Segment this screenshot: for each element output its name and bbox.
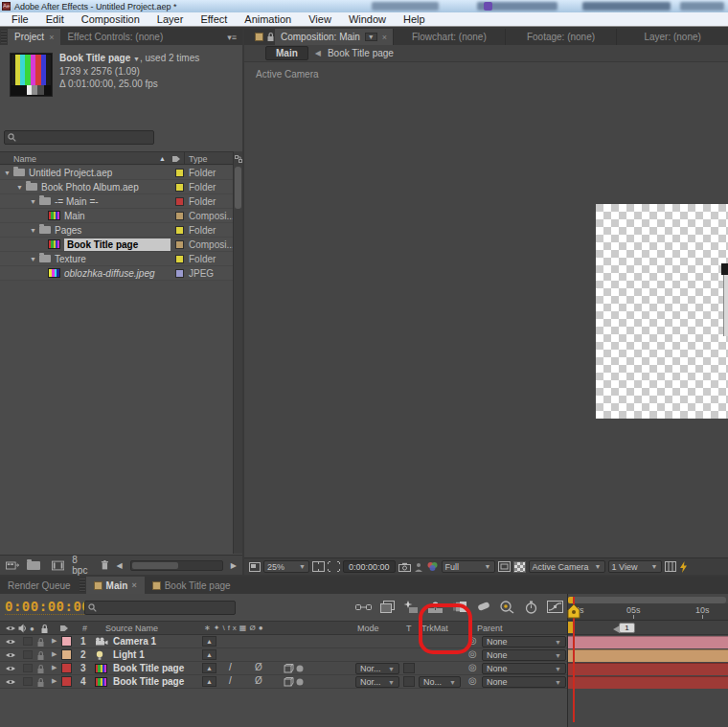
layer-name[interactable]: Book Title page	[113, 663, 184, 673]
project-row-main-comp[interactable]: Main Composi...	[0, 209, 233, 223]
best-quality-icon[interactable]: /	[229, 662, 232, 672]
label-color-chip[interactable]	[175, 183, 184, 192]
show-snapshot-icon[interactable]	[414, 562, 423, 572]
menu-effect[interactable]: Effect	[192, 12, 236, 26]
target-region-icon[interactable]	[498, 561, 511, 572]
disclosure-triangle-icon[interactable]: ▼	[16, 184, 26, 191]
resolution-dropdown[interactable]: Full▼	[442, 560, 495, 573]
parent-dropdown[interactable]: None▼	[482, 649, 566, 661]
new-folder-icon[interactable]	[27, 561, 40, 570]
layer-expander-icon[interactable]: ▶	[52, 664, 57, 671]
time-ruler[interactable]: 0s 05s 10s	[568, 603, 728, 621]
bit-depth-label[interactable]: 8 bpc	[72, 555, 93, 576]
project-row-oblozhka-diffuse[interactable]: oblozhka-diffuse.jpeg JPEG	[0, 266, 233, 281]
video-toggle-icon[interactable]	[5, 651, 16, 659]
project-row-book-photo-album[interactable]: ▼ Book Photo Album.aep Folder	[0, 180, 233, 194]
parent-pickwhip-icon[interactable]: ◎	[468, 648, 477, 659]
chevron-down-icon[interactable]: ▼	[365, 33, 377, 41]
tab-layer[interactable]: Layer: (none)	[616, 29, 728, 45]
layer-name[interactable]: Camera 1	[113, 636, 156, 647]
region-of-interest-icon[interactable]	[328, 561, 340, 572]
lock-toggle-icon[interactable]	[36, 664, 45, 674]
disclosure-triangle-icon[interactable]: ▼	[30, 256, 39, 262]
menu-layer[interactable]: Layer	[148, 12, 193, 26]
preserve-transparency-checkbox[interactable]	[403, 676, 415, 687]
menu-window[interactable]: Window	[340, 12, 395, 26]
preserve-transparency-checkbox[interactable]	[403, 663, 415, 673]
parent-pickwhip-icon[interactable]: ◎	[468, 662, 477, 672]
lock-toggle-icon[interactable]	[36, 637, 45, 647]
menu-view[interactable]: View	[300, 12, 340, 26]
layer-expander-icon[interactable]: ▶	[52, 677, 57, 685]
video-toggle-icon[interactable]	[5, 638, 16, 646]
pixel-aspect-correction-icon[interactable]	[665, 561, 676, 572]
solo-column-icon[interactable]: ●	[30, 625, 34, 633]
video-toggle-icon[interactable]	[5, 665, 16, 672]
timeline-search-input[interactable]	[97, 602, 232, 613]
disclosure-triangle-icon[interactable]: ▼	[4, 170, 13, 176]
project-row-untitled[interactable]: ▼ Untitled Project.aep Folder	[0, 166, 233, 180]
quality-switch[interactable]: ▲	[202, 649, 216, 660]
layer-expander-icon[interactable]: ▶	[52, 637, 57, 645]
trash-icon[interactable]	[101, 559, 109, 571]
mode-column-header[interactable]: Mode	[357, 624, 379, 633]
track-matte-dropdown[interactable]: No...▼	[419, 676, 461, 688]
audio-toggle[interactable]	[23, 664, 33, 672]
footage-thumbnail[interactable]	[10, 53, 53, 97]
layer-row-camera-1[interactable]: ▶ 1 Camera 1 ▲ ◎ None▼	[0, 635, 567, 648]
column-divider[interactable]	[184, 152, 185, 164]
project-row-main-folder[interactable]: ▼ -= Main =- Folder	[0, 194, 233, 209]
timeline-graph-area[interactable]: 0s 05s 10s 1	[567, 594, 728, 727]
interpret-footage-icon[interactable]	[6, 560, 19, 571]
always-preview-icon[interactable]	[249, 562, 261, 572]
layer-label-swatch[interactable]	[61, 663, 72, 673]
layer-name[interactable]: Light 1	[113, 649, 145, 660]
close-icon[interactable]: ×	[49, 33, 54, 42]
lock-toggle-icon[interactable]	[36, 650, 45, 661]
fast-previews-icon[interactable]	[679, 561, 688, 573]
snapshot-camera-icon[interactable]	[398, 562, 411, 572]
video-column-icon[interactable]	[5, 625, 16, 632]
transparency-grid-toggle[interactable]	[513, 561, 526, 573]
layer-row-light-1[interactable]: ▶ 2 Light 1 ▲ ◎ None▼	[0, 648, 567, 662]
scrollbar-thumb[interactable]	[132, 562, 178, 569]
view-layout-dropdown[interactable]: 1 View▼	[608, 560, 662, 573]
project-search-input[interactable]	[16, 132, 150, 143]
3d-layer-icon[interactable]	[284, 664, 305, 673]
layer-switches-header-icons[interactable]: ∗✦\fx▦Ø●	[204, 624, 265, 632]
layer-bar-light-1[interactable]	[568, 649, 728, 662]
scrollbar-thumb[interactable]	[235, 167, 241, 209]
layer-row-book-title-page-4[interactable]: ▶ 4 Book Title page ▲ / Ø Nor...▼ No...▼	[0, 675, 567, 689]
show-channel-icon[interactable]	[426, 561, 439, 572]
breadcrumb-current[interactable]: Book Title page	[328, 48, 394, 58]
column-type-header[interactable]: Type	[189, 154, 208, 164]
lock-toggle-icon[interactable]	[36, 677, 45, 688]
marker-strip[interactable]: 1	[568, 621, 728, 635]
label-color-chip[interactable]	[175, 240, 184, 249]
effects-toggle-icon[interactable]: Ø	[255, 662, 262, 672]
column-name-header[interactable]: Name	[13, 154, 36, 164]
label-color-chip[interactable]	[175, 269, 184, 278]
number-column-header[interactable]: #	[82, 624, 87, 633]
effects-toggle-icon[interactable]: Ø	[255, 675, 262, 686]
quality-switch[interactable]: ▲	[202, 676, 216, 687]
viewport-timecode[interactable]: 0:00:00:00	[343, 560, 396, 573]
close-icon[interactable]: ×	[382, 33, 387, 42]
project-row-pages[interactable]: ▼ Pages Folder	[0, 223, 233, 238]
composition-mini-flowchart-icon[interactable]	[354, 599, 372, 615]
menu-edit[interactable]: Edit	[37, 12, 73, 26]
tab-footage[interactable]: Footage: (none)	[505, 29, 617, 45]
menu-composition[interactable]: Composition	[73, 12, 148, 26]
layer-row-book-title-page-3[interactable]: ▶ 3 Book Title page ▲ / Ø Nor...▼ ◎ None…	[0, 662, 567, 675]
menu-file[interactable]: File	[3, 12, 37, 26]
brainstorm-icon[interactable]	[474, 599, 491, 615]
project-row-book-title-page[interactable]: Book Title page Composi...	[0, 238, 233, 252]
auto-keyframe-stopwatch-icon[interactable]	[522, 599, 539, 615]
work-area-bar[interactable]	[568, 597, 726, 603]
tab-timeline-main[interactable]: Main ×	[86, 577, 145, 594]
tab-project[interactable]: Project ×	[8, 29, 60, 45]
label-column-icon[interactable]	[59, 624, 69, 633]
panel-grip[interactable]	[1, 31, 7, 43]
project-horizontal-scrollbar[interactable]	[130, 560, 223, 571]
label-color-chip[interactable]	[175, 255, 184, 263]
